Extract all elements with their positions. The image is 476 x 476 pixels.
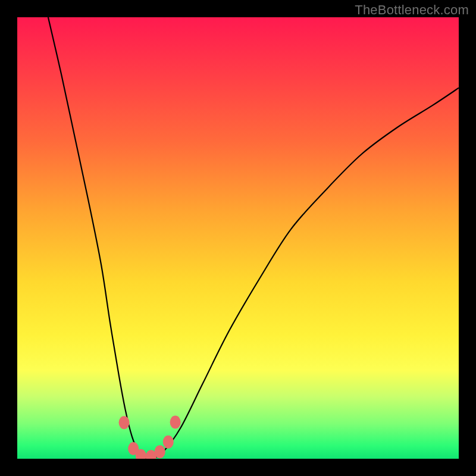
marker-group (119, 415, 181, 459)
bottleneck-curve (17, 17, 459, 459)
curve-path (48, 17, 459, 459)
data-marker (119, 416, 130, 429)
watermark-text: TheBottleneck.com (355, 2, 469, 18)
data-marker (170, 415, 181, 428)
plot-area (17, 17, 459, 459)
data-marker (163, 436, 174, 449)
data-marker (155, 445, 165, 458)
chart-frame: TheBottleneck.com (0, 0, 476, 476)
